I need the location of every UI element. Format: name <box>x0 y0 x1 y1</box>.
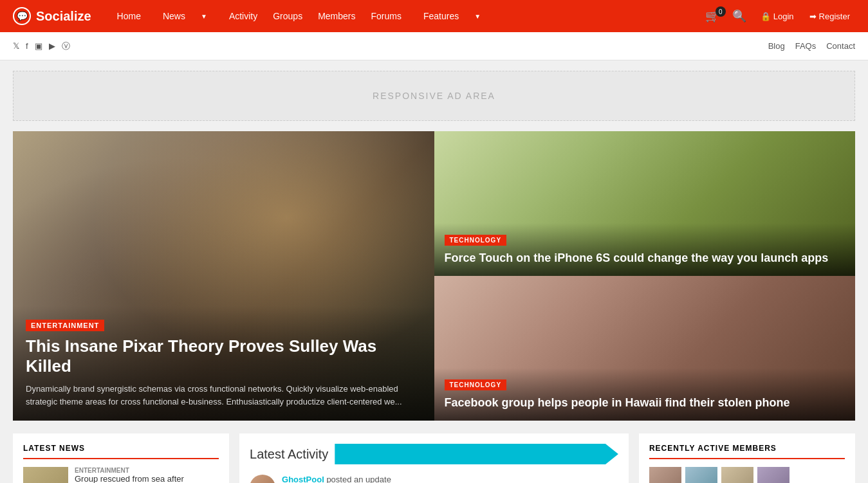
site-logo[interactable]: 💬 Socialize <box>13 7 91 25</box>
hero-main[interactable]: ENTERTAINMENT This Insane Pixar Theory P… <box>13 131 434 421</box>
member-thumb-3[interactable] <box>721 467 753 483</box>
nav-news[interactable]: News ▼ <box>150 0 220 32</box>
nav-links: Home News ▼ Activity Groups Members Foru… <box>111 0 701 32</box>
activity-action: posted an update <box>326 475 391 483</box>
nav-forums[interactable]: Forums <box>365 0 408 32</box>
nav-right: 🛒 0 🔍 🔒 Login ➡ Register <box>701 9 855 23</box>
nav-members[interactable]: Members <box>311 0 362 32</box>
ad-area: RESPONSIVE AD AREA <box>13 71 855 121</box>
logo-icon: 💬 <box>13 7 31 25</box>
hero-main-title: This Insane Pixar Theory Proves Sulley W… <box>26 336 421 376</box>
latest-activity-section: Latest Activity GhostPool posted an upda… <box>239 433 629 483</box>
topbar: 𝕏 f ▣ ▶ ⓥ Blog FAQs Contact <box>0 32 868 60</box>
hero-bottom-right-title: Facebook group helps people in Hawaii fi… <box>445 396 845 410</box>
member-thumb-1[interactable] <box>649 467 681 483</box>
hero-main-category[interactable]: ENTERTAINMENT <box>26 320 104 331</box>
facebook-icon[interactable]: f <box>26 41 28 51</box>
social-icons: 𝕏 f ▣ ▶ ⓥ <box>13 41 70 52</box>
activity-content: GhostPool posted an update <box>282 475 391 483</box>
hero-bottom-right-category[interactable]: TECHNOLOGY <box>445 379 507 390</box>
register-button[interactable]: ➡ Register <box>804 12 855 21</box>
hero-main-description: Dynamically brand synergistic schemas vi… <box>26 383 421 408</box>
login-button[interactable]: 🔒 Login <box>755 12 799 21</box>
hero-grid: ENTERTAINMENT This Insane Pixar Theory P… <box>13 131 855 421</box>
register-icon: ➡ <box>809 12 817 21</box>
youtube-icon[interactable]: ▶ <box>49 41 55 51</box>
search-button[interactable]: 🔍 <box>728 9 750 23</box>
hero-top-right-category[interactable]: TECHNOLOGY <box>445 235 507 246</box>
latest-news-title: LATEST NEWS <box>23 444 219 459</box>
lower-sections: LATEST NEWS ENTERTAINMENT Group rescued … <box>13 433 855 483</box>
vimeo-icon[interactable]: ⓥ <box>62 41 70 52</box>
member-thumb-4[interactable] <box>757 467 790 483</box>
hero-main-overlay: ENTERTAINMENT This Insane Pixar Theory P… <box>13 306 434 421</box>
recently-active-members-title: RECENTLY ACTIVE MEMBERS <box>649 444 845 459</box>
hero-top-right-title: Force Touch on the iPhone 6S could chang… <box>445 251 845 266</box>
twitter-icon[interactable]: 𝕏 <box>13 41 19 51</box>
cart-badge: 0 <box>716 6 726 17</box>
blog-link[interactable]: Blog <box>768 41 785 51</box>
activity-user[interactable]: GhostPool <box>282 475 324 483</box>
activity-header: Latest Activity <box>250 444 618 464</box>
news-headline: Group rescued from sea after <box>75 474 184 483</box>
contact-link[interactable]: Contact <box>826 41 855 51</box>
lock-icon: 🔒 <box>761 12 771 21</box>
activity-title: Latest Activity <box>250 447 328 462</box>
nav-activity[interactable]: Activity <box>223 0 264 32</box>
news-category: ENTERTAINMENT <box>75 467 184 474</box>
instagram-icon[interactable]: ▣ <box>35 41 42 51</box>
recently-active-members-section: RECENTLY ACTIVE MEMBERS <box>639 433 855 483</box>
news-item-content: ENTERTAINMENT Group rescued from sea aft… <box>75 467 184 483</box>
news-dropdown-arrow: ▼ <box>194 0 214 32</box>
activity-title-bar <box>335 444 618 464</box>
latest-news-section: LATEST NEWS ENTERTAINMENT Group rescued … <box>13 433 229 483</box>
hero-bottom-right[interactable]: TECHNOLOGY Facebook group helps people i… <box>434 276 856 421</box>
nav-groups[interactable]: Groups <box>266 0 309 32</box>
news-thumbnail <box>23 467 68 483</box>
member-thumb-2[interactable] <box>685 467 717 483</box>
news-item[interactable]: ENTERTAINMENT Group rescued from sea aft… <box>23 467 219 483</box>
features-dropdown-arrow: ▼ <box>468 0 487 32</box>
site-name: Socialize <box>36 9 91 24</box>
nav-home[interactable]: Home <box>111 0 147 32</box>
hero-bottom-right-overlay: TECHNOLOGY Facebook group helps people i… <box>434 368 856 421</box>
faqs-link[interactable]: FAQs <box>795 41 817 51</box>
member-thumbnails <box>649 467 845 483</box>
activity-item: GhostPool posted an update <box>250 475 618 483</box>
nav-features[interactable]: Features ▼ <box>411 0 494 32</box>
hero-top-right-overlay: TECHNOLOGY Force Touch on the iPhone 6S … <box>434 223 856 276</box>
hero-top-right[interactable]: TECHNOLOGY Force Touch on the iPhone 6S … <box>434 131 856 276</box>
topbar-links: Blog FAQs Contact <box>768 41 855 51</box>
cart-button[interactable]: 🛒 0 <box>701 9 723 23</box>
navbar: 💬 Socialize Home News ▼ Activity Groups … <box>0 0 868 32</box>
activity-avatar <box>250 475 275 483</box>
